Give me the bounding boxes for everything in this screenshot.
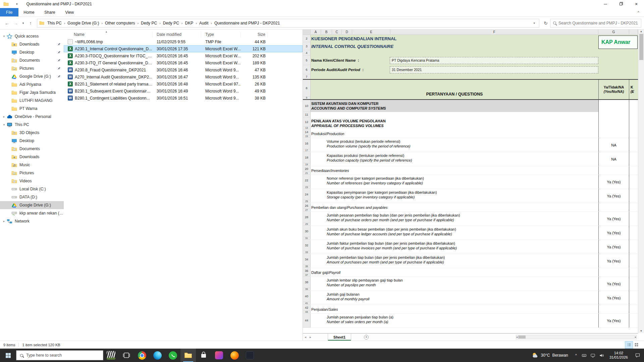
- column-header-date-modified[interactable]: Date modified: [153, 32, 201, 38]
- taskbar-clock[interactable]: 14:02 31/01/2026: [606, 349, 631, 362]
- column-header-B[interactable]: B: [321, 29, 332, 35]
- back-button[interactable]: ←: [3, 20, 11, 26]
- scroll-down-icon[interactable]: ▾: [640, 329, 642, 333]
- sidebar-item[interactable]: Documents: [0, 56, 64, 64]
- minimize-button[interactable]: [598, 0, 613, 8]
- recent-locations-caret[interactable]: ▾: [20, 21, 26, 25]
- chevron-down-icon[interactable]: ▾: [1, 35, 7, 38]
- sheet-tab[interactable]: Sheet1: [328, 334, 351, 341]
- ribbon-collapse-icon[interactable]: ^: [633, 8, 644, 16]
- sidebar-item[interactable]: Downloads: [0, 153, 64, 161]
- sheet-next-icon[interactable]: ▸: [308, 335, 313, 339]
- sidebar-item[interactable]: Pictures: [0, 169, 64, 177]
- column-header-C[interactable]: C: [332, 29, 342, 35]
- refresh-icon[interactable]: ↻: [541, 20, 550, 26]
- column-header-type[interactable]: Type: [201, 32, 241, 38]
- sidebar-item[interactable]: Videos: [0, 177, 64, 185]
- sidebar-item[interactable]: Downloads: [0, 40, 64, 48]
- column-header-A[interactable]: A: [311, 29, 321, 35]
- chevron-right-icon[interactable]: ▸: [1, 220, 7, 223]
- breadcrumb-item[interactable]: Dedy PC: [162, 21, 180, 25]
- chevron-down-icon[interactable]: ▾: [1, 123, 7, 126]
- sidebar-item[interactable]: ▾Quick access: [0, 32, 64, 40]
- file-row[interactable]: XB220.1_Statement of related party trans…: [64, 80, 303, 87]
- breadcrumb-item[interactable]: Dedy PC: [140, 21, 158, 25]
- firefox-icon[interactable]: [227, 349, 242, 362]
- file-row[interactable]: WA230.8_Fraud Questionnaire_DKP202130/01…: [64, 66, 303, 73]
- preview-horizontal-scrollbar[interactable]: ◂ ▸: [516, 335, 637, 339]
- menu-tab-view[interactable]: View: [60, 8, 79, 16]
- breadcrumb-item[interactable]: This PC: [46, 21, 63, 25]
- menu-tab-home[interactable]: Home: [18, 8, 39, 16]
- column-header-name[interactable]: ▴Name: [64, 32, 153, 38]
- scroll-left-icon[interactable]: ◂: [516, 336, 518, 339]
- breadcrumb-item[interactable]: Audit: [198, 21, 209, 25]
- start-button[interactable]: [0, 349, 16, 362]
- thumbnails-view-button[interactable]: [633, 342, 640, 348]
- colorful-app-icon[interactable]: [211, 349, 227, 362]
- sidebar-item[interactable]: Local Disk (C:): [0, 185, 64, 193]
- tray-expand-icon[interactable]: ^: [572, 353, 580, 357]
- details-view-button[interactable]: [625, 342, 633, 348]
- scroll-up-icon[interactable]: ▴: [640, 29, 642, 33]
- file-row[interactable]: WA270_Internal Audit Questionnaire_DKP2.…: [64, 73, 303, 80]
- up-button[interactable]: ↑: [26, 20, 35, 26]
- file-row[interactable]: WB280.1_Contingent Liabilities Questionn…: [64, 95, 303, 102]
- sidebar-item[interactable]: PT Warna: [0, 105, 64, 113]
- breadcrumb-item[interactable]: Questionnaire and PMPJ - DKP2021: [213, 21, 281, 25]
- file-row[interactable]: XA230.3-ITQ_IT General Questionnaire_DK.…: [64, 59, 303, 66]
- chevron-right-icon[interactable]: ▸: [1, 115, 7, 118]
- sidebar-item[interactable]: Music: [0, 161, 64, 169]
- task-view-icon[interactable]: [119, 349, 134, 362]
- file-row[interactable]: XA230.3-ITGCQ_Questionnaire for ITGC_DK.…: [64, 52, 303, 59]
- breadcrumb-item[interactable]: DKP: [184, 21, 195, 25]
- select-all-corner[interactable]: [303, 29, 311, 35]
- notification-center-icon[interactable]: [631, 349, 644, 362]
- breadcrumb-item[interactable]: Google Drive (G:): [66, 21, 100, 25]
- sidebar-item[interactable]: Documents: [0, 145, 64, 153]
- file-row[interactable]: WB230.1_Subsequent Event Questionnaire_.…: [64, 87, 303, 95]
- edge-icon[interactable]: [150, 349, 165, 362]
- store-icon[interactable]: [196, 349, 211, 362]
- sidebar-item[interactable]: Figar Jaya Samudra: [0, 88, 64, 97]
- sheet-prev-icon[interactable]: ◂: [303, 335, 308, 339]
- file-explorer-icon[interactable]: [180, 349, 196, 362]
- sidebar-item[interactable]: Google Drive (G:): [0, 72, 64, 80]
- breadcrumb-item[interactable]: Other computers: [104, 21, 136, 25]
- forward-button[interactable]: →: [11, 20, 20, 26]
- sidebar-item[interactable]: 3D Objects: [0, 129, 64, 137]
- column-header-size[interactable]: Size: [241, 32, 268, 38]
- tray-network-icon[interactable]: [589, 349, 597, 362]
- column-header-F[interactable]: F: [390, 29, 598, 35]
- chrome-icon[interactable]: [134, 349, 150, 362]
- tray-volume-icon[interactable]: [597, 349, 606, 362]
- sidebar-item[interactable]: DATA (D:): [0, 193, 64, 201]
- sidebar-item[interactable]: ▾This PC: [0, 121, 64, 129]
- restore-button[interactable]: [613, 0, 629, 8]
- quick-access-toolbar-caret[interactable]: ▾: [16, 2, 18, 6]
- preview-vertical-scrollbar[interactable]: ▴ ▾: [638, 29, 644, 333]
- dark-app-icon[interactable]: [242, 349, 258, 362]
- column-header-D[interactable]: D: [342, 29, 352, 35]
- sidebar-item[interactable]: Desktop: [0, 137, 64, 145]
- whatsapp-icon[interactable]: [165, 349, 180, 362]
- sidebar-item[interactable]: Pictures: [0, 64, 64, 72]
- sidebar-item[interactable]: LUTHFI MAGANG: [0, 97, 64, 105]
- scroll-right-icon[interactable]: ▸: [635, 336, 636, 339]
- scrollbar-thumb[interactable]: [518, 336, 526, 339]
- menu-tab-file[interactable]: File: [0, 8, 18, 16]
- sidebar-item[interactable]: kkp anwar dan rekan (\\1: [0, 209, 64, 217]
- file-row[interactable]: ~WRL0066.tmp11/02/2025 9:55TMP File44 KB: [64, 38, 303, 45]
- menu-tab-share[interactable]: Share: [39, 8, 60, 16]
- file-row[interactable]: XA230.1_Internal Control Questionnaire_D…: [64, 45, 303, 52]
- column-header-G[interactable]: G: [598, 29, 629, 35]
- add-sheet-icon[interactable]: +: [364, 335, 369, 340]
- sidebar-item[interactable]: ▸Network: [0, 217, 64, 225]
- sidebar-item[interactable]: ▸OneDrive - Personal: [0, 113, 64, 121]
- column-header-E[interactable]: E: [352, 29, 390, 35]
- close-button[interactable]: ×: [629, 0, 644, 8]
- scrollbar-thumb[interactable]: [639, 34, 643, 60]
- taskbar-search[interactable]: Type here to search: [16, 350, 103, 360]
- zebra-image-icon[interactable]: [103, 349, 119, 362]
- sidebar-item[interactable]: Desktop: [0, 48, 64, 56]
